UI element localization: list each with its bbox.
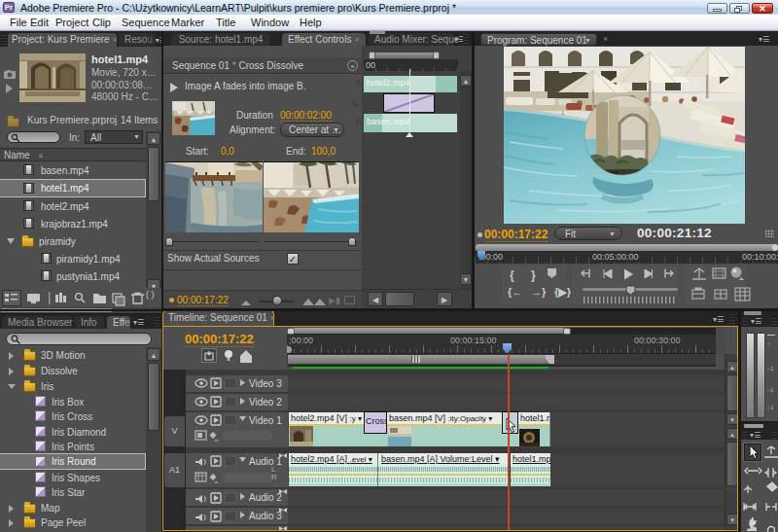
svg-text:R: R: [271, 473, 277, 481]
svg-text:{▶}: {▶}: [554, 286, 572, 298]
svg-text:→}: →}: [531, 286, 547, 298]
svg-text:{: {: [510, 268, 514, 282]
svg-text:{←: {←: [508, 286, 522, 298]
svg-text:}: }: [531, 268, 536, 282]
